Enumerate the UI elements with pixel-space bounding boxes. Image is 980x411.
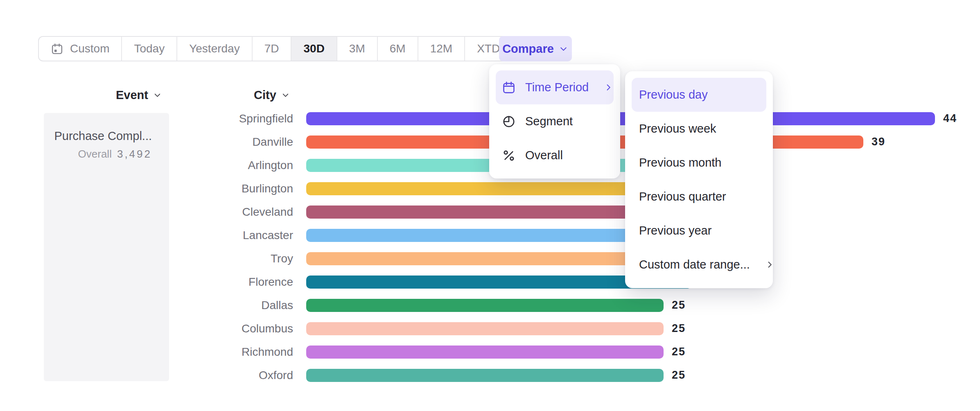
submenu-item-previous-year[interactable]: Previous year [632,214,766,248]
menu-item-label: Previous week [639,122,716,135]
compare-menu-item-overall[interactable]: Overall [496,138,614,172]
range-segment-label: 6M [390,42,406,55]
submenu-item-custom-date-range[interactable]: Custom date range... [632,248,766,282]
chart-row-richmond: Richmond25 [0,340,980,364]
city-label: Richmond [0,346,293,359]
chevron-right-icon [603,82,614,93]
chart-row-troy: Troy [0,247,980,270]
menu-item-label: Overall [525,149,563,162]
range-segment-3m[interactable]: 3M [337,37,378,61]
city-label: Dallas [0,299,293,312]
date-range-toolbar: CustomTodayYesterday7D30D3M6M12MXTD [38,36,528,61]
submenu-item-previous-month[interactable]: Previous month [632,146,766,180]
city-label: Cleveland [0,206,293,219]
city-label: Danville [0,135,293,149]
range-segment-custom[interactable]: Custom [39,37,122,61]
submenu-item-previous-week[interactable]: Previous week [632,112,766,146]
calendar-icon [51,43,63,55]
menu-item-label: Custom date range... [639,258,750,271]
city-label: Oxford [0,369,293,382]
range-segment-30d[interactable]: 30D [291,37,337,61]
city-label: Burlington [0,182,293,195]
range-segment-yesterday[interactable]: Yesterday [177,37,253,61]
compare-menu-item-time-period[interactable]: Time Period [496,70,614,104]
chart-row-florence: Florence [0,270,980,294]
city-label: Lancaster [0,229,293,242]
menu-item-label: Segment [525,115,573,128]
chart-row-burlington: Burlington [0,177,980,200]
menu-item-label: Time Period [525,81,589,94]
bar-springfield[interactable] [306,112,935,125]
menu-item-label: Previous day [639,88,708,102]
bar-oxford[interactable] [306,369,664,382]
range-segment-label: 12M [430,42,452,55]
compare-button[interactable]: Compare [499,36,572,61]
range-segment-7d[interactable]: 7D [253,37,292,61]
chevron-down-icon [281,90,290,100]
city-column-header-label: City [254,88,276,102]
calendar-period-icon [502,81,516,95]
bar-columbus[interactable] [306,322,664,335]
range-segment-label: 7D [264,42,279,55]
submenu-item-previous-quarter[interactable]: Previous quarter [632,180,766,214]
submenu-item-previous-day[interactable]: Previous day [632,78,766,112]
menu-item-label: Previous quarter [639,190,726,203]
chevron-down-icon [153,90,162,100]
bar-value: 25 [672,346,686,358]
range-segment-today[interactable]: Today [122,37,177,61]
compare-button-label: Compare [502,42,554,56]
compare-menu-popup: Time PeriodSegmentOverall [489,64,620,178]
city-label: Troy [0,252,293,265]
bar-value: 25 [672,369,686,382]
bar-value: 39 [872,135,885,148]
city-label: Florence [0,276,293,289]
range-segment-label: XTD [477,42,500,55]
range-segment-label: Custom [70,42,109,55]
compare-menu-item-segment[interactable]: Segment [496,104,614,138]
time-period-submenu-popup: Previous dayPrevious weekPrevious monthP… [625,71,773,288]
bar-richmond[interactable] [306,346,664,359]
event-column-header[interactable]: Event [116,88,162,102]
bar-value: 44 [943,112,957,125]
chart-row-cleveland: Cleveland [0,200,980,224]
bar-dallas[interactable] [306,299,664,312]
range-segment-label: 3M [349,42,365,55]
chart-row-oxford: Oxford25 [0,364,980,387]
range-segment-label: Yesterday [189,42,240,55]
range-segment-label: Today [134,42,165,55]
segment-icon [502,115,516,129]
chevron-down-icon [558,44,569,54]
chart-row-lancaster: Lancaster [0,224,980,247]
city-label: Columbus [0,322,293,335]
percent-icon [502,149,516,163]
menu-item-label: Previous month [639,156,722,169]
chevron-right-icon [765,260,775,270]
range-segment-12m[interactable]: 12M [418,37,465,61]
city-label: Arlington [0,159,293,172]
chart-row-columbus: Columbus25 [0,317,980,340]
bar-value: 25 [672,299,686,312]
event-column-header-label: Event [116,88,148,102]
menu-item-label: Previous year [639,224,711,237]
chart-row-dallas: Dallas25 [0,294,980,317]
city-label: Springfield [0,112,293,125]
bar-value: 25 [672,322,686,335]
range-segment-6m[interactable]: 6M [378,37,418,61]
range-segment-label: 30D [303,42,324,55]
city-column-header[interactable]: City [254,88,290,102]
